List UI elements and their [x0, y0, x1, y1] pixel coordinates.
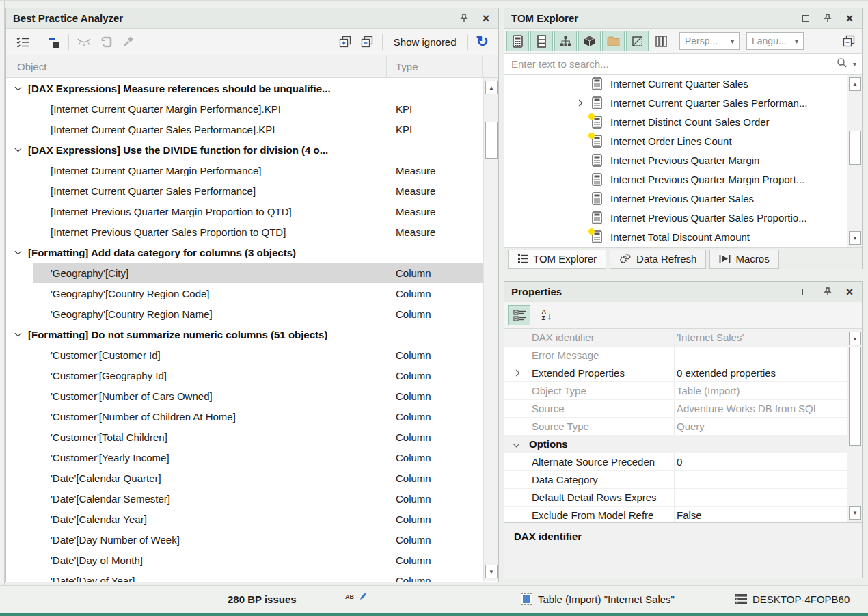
property-row[interactable]: Source Type Query: [504, 418, 862, 436]
bpa-object-row[interactable]: 'Geography'[Country Region Name] Column: [6, 304, 498, 324]
property-row[interactable]: Data Category: [504, 471, 862, 489]
bpa-object-row[interactable]: [Internet Previous Quarter Sales Proport…: [6, 222, 498, 242]
folder-icon[interactable]: [602, 31, 625, 51]
maximize-icon[interactable]: [800, 13, 811, 24]
scroll-thumb[interactable]: [485, 122, 498, 159]
tab-macros[interactable]: Macros: [709, 250, 778, 269]
table-icon[interactable]: [530, 31, 553, 51]
scroll-up-icon[interactable]: ▲: [849, 77, 861, 91]
pin-icon[interactable]: [822, 13, 833, 24]
tree-item[interactable]: Internet Distinct Count Sales Order: [504, 113, 862, 132]
chevron-down-icon[interactable]: [513, 441, 520, 448]
goto-object-icon[interactable]: [42, 32, 64, 51]
perspective-select[interactable]: Persp... ▾: [679, 32, 740, 50]
property-row[interactable]: Extended Properties 0 extended propertie…: [504, 364, 862, 382]
expand-all-icon[interactable]: [334, 32, 356, 51]
scroll-up-icon[interactable]: ▲: [485, 81, 498, 94]
chevron-down-icon[interactable]: [15, 84, 22, 91]
bpa-object-row[interactable]: 'Customer'[Customer Id] Column: [6, 345, 498, 365]
bpa-object-row[interactable]: 'Date'[Day Number of Week] Column: [6, 529, 498, 550]
chevron-down-icon[interactable]: ▾: [853, 60, 856, 68]
tree-item[interactable]: Internet Current Quarter Sales Performan…: [504, 94, 862, 113]
pin-icon[interactable]: [822, 286, 833, 297]
property-value[interactable]: 'Internet Sales': [677, 332, 845, 343]
bpa-object-row[interactable]: 'Date'[Day of Year] Column: [6, 570, 498, 582]
tab-tom-explorer[interactable]: TOM Explorer: [508, 250, 606, 269]
tree-item[interactable]: Internet Previous Quarter Margin Proport…: [504, 170, 862, 189]
scroll-thumb[interactable]: [849, 347, 861, 446]
tree-item[interactable]: Internet Current Quarter Sales: [504, 75, 862, 94]
tree-item[interactable]: Internet Previous Quarter Margin: [504, 151, 862, 170]
tree-item[interactable]: Internet Previous Quarter Sales: [504, 189, 862, 209]
bp-issues-status[interactable]: 280 BP issues: [228, 593, 297, 605]
tree-item[interactable]: Internet Previous Quarter Sales Proporti…: [504, 209, 862, 228]
checklist-icon[interactable]: [12, 32, 33, 51]
pin-icon[interactable]: [459, 13, 470, 24]
bpa-object-row[interactable]: 'Customer'[Number of Cars Owned] Column: [6, 386, 498, 406]
property-row[interactable]: DAX identifier 'Internet Sales': [504, 329, 862, 347]
bpa-object-row[interactable]: 'Customer'[Geography Id] Column: [6, 365, 498, 386]
bpa-object-row[interactable]: 'Customer'[Total Children] Column: [6, 427, 498, 447]
collapse-all-icon[interactable]: [838, 31, 860, 51]
bpa-object-row[interactable]: 'Date'[Calendar Year] Column: [6, 509, 498, 529]
property-value[interactable]: False: [677, 509, 845, 521]
chevron-down-icon[interactable]: [15, 146, 22, 152]
tab-data-refresh[interactable]: Data Refresh: [610, 250, 706, 269]
tree-vertical-scrollbar[interactable]: ▲ ▼: [847, 75, 862, 247]
selected-object-status[interactable]: Table (Import) "Internet Sales": [521, 593, 675, 605]
rename-edit-icon[interactable]: AB: [345, 592, 367, 600]
server-status[interactable]: DESKTOP-4FOPB60: [735, 593, 850, 605]
measures-icon[interactable]: [506, 31, 529, 51]
show-hidden-icon[interactable]: [626, 31, 649, 51]
refresh-icon[interactable]: ↻: [472, 34, 493, 49]
properties-vertical-scrollbar[interactable]: ▲ ▼: [847, 329, 862, 522]
chevron-down-icon[interactable]: [15, 248, 22, 255]
bpa-object-row[interactable]: 'Geography'[Country Region Code] Column: [6, 283, 498, 304]
column-header-object[interactable]: Object: [17, 61, 46, 72]
tree-item[interactable]: Internet Order Lines Count: [504, 132, 862, 151]
bpa-object-row[interactable]: [Internet Previous Quarter Margin Propor…: [6, 201, 498, 222]
tree-item[interactable]: Internet Total Discount Amount: [504, 228, 862, 247]
collapse-all-icon[interactable]: [356, 32, 378, 51]
bpa-object-row[interactable]: [Internet Current Quarter Margin Perform…: [6, 160, 498, 180]
property-row[interactable]: Default Detail Rows Expres: [504, 489, 862, 507]
bpa-object-row[interactable]: [Internet Current Quarter Sales Performa…: [6, 119, 498, 139]
show-ignored-button[interactable]: Show ignored: [387, 36, 463, 48]
az-sort-icon[interactable]: AZ↓: [536, 305, 558, 325]
bpa-object-row[interactable]: [Internet Current Quarter Sales Performa…: [6, 180, 498, 201]
fix-screwdriver-icon[interactable]: [117, 32, 139, 51]
language-select[interactable]: Langu... ▾: [746, 32, 804, 50]
scroll-thumb[interactable]: [849, 131, 861, 165]
chevron-down-icon[interactable]: [15, 330, 22, 337]
property-value[interactable]: 0 extended properties: [677, 367, 845, 379]
column-header-type[interactable]: Type: [396, 61, 418, 72]
property-row[interactable]: Exclude From Model Refre False: [504, 507, 862, 522]
property-value[interactable]: Query: [677, 420, 845, 432]
bpa-group-row[interactable]: [DAX Expressions] Measure references sho…: [6, 78, 498, 98]
script-icon[interactable]: [95, 32, 117, 51]
bpa-group-row[interactable]: [Formatting] Do not summarize numeric co…: [6, 324, 498, 345]
bpa-object-row[interactable]: [Internet Current Quarter Margin Perform…: [6, 98, 498, 119]
scroll-up-icon[interactable]: ▲: [849, 332, 861, 345]
categorized-icon[interactable]: [508, 305, 530, 325]
columns-icon[interactable]: [650, 31, 673, 51]
bpa-object-row[interactable]: 'Geography'[City] Column: [6, 263, 498, 283]
bpa-group-row[interactable]: [DAX Expressions] Use the DIVIDE functio…: [6, 139, 498, 160]
bpa-group-row[interactable]: [Formatting] Add data category for colum…: [6, 242, 498, 263]
property-row[interactable]: Object Type Table (Import): [504, 382, 862, 400]
bpa-object-row[interactable]: 'Customer'[Number of Children At Home] C…: [6, 406, 498, 427]
close-icon[interactable]: ×: [844, 286, 855, 297]
close-icon[interactable]: ×: [480, 13, 491, 24]
bpa-object-row[interactable]: 'Customer'[Yearly Income] Column: [6, 447, 498, 468]
scroll-down-icon[interactable]: ▼: [849, 231, 861, 245]
bpa-object-row[interactable]: 'Date'[Day of Month] Column: [6, 550, 498, 570]
scroll-down-icon[interactable]: ▼: [485, 565, 498, 578]
property-value[interactable]: Table (Import): [677, 385, 845, 397]
property-category-row[interactable]: Options: [504, 436, 862, 453]
chevron-right-icon[interactable]: [576, 100, 583, 107]
property-row[interactable]: Error Message: [504, 347, 862, 364]
property-value[interactable]: 0: [677, 456, 845, 468]
property-row[interactable]: Source Adventure Works DB from SQL: [504, 400, 862, 418]
search-icon[interactable]: [837, 57, 847, 71]
bpa-vertical-scrollbar[interactable]: ▲ ▼: [483, 78, 498, 581]
